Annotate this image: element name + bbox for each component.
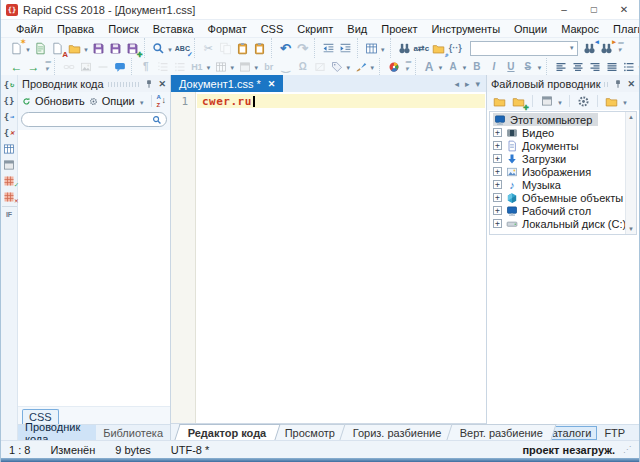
errors-grid-button[interactable]: ✕ [2,190,17,203]
options-button[interactable]: Опции [102,95,135,107]
tree-item-desktop[interactable]: + Рабочий стол [490,204,625,217]
table-view-button[interactable] [2,142,17,155]
tree-item-local-disk[interactable]: + Локальный диск (C:) [490,217,625,230]
save-all-button[interactable]: ✚ [124,40,141,56]
search-combobox-input[interactable] [474,42,567,54]
menu-tools[interactable]: Инструменты [424,20,507,37]
find-in-files-button[interactable] [396,40,413,56]
heading-dropdown-icon[interactable]: ▼ [205,65,211,71]
new-css-document-button[interactable]: A [49,40,66,56]
find-button[interactable] [150,40,167,56]
table-row-button[interactable] [236,59,253,75]
expand-icon[interactable]: + [493,154,502,163]
menu-file[interactable]: Файл [9,20,50,37]
expand-icon[interactable]: + [493,128,502,137]
minimize-button[interactable]: – [549,0,579,19]
insert-tag-button[interactable] [328,59,345,75]
table-row-dropdown-icon[interactable]: ▼ [253,65,259,71]
menu-search[interactable]: Поиск [101,20,145,37]
tree-item-3d-objects[interactable]: + Объемные объекты [490,191,625,204]
tree-item-music[interactable]: + ♪ Музыка [490,178,625,191]
scroll-down-icon[interactable]: ▼ [628,226,634,232]
code-snippets-button[interactable]: {··} [447,40,464,56]
tab-close-icon[interactable]: ✕ [268,79,276,89]
open-folder-button[interactable] [491,93,508,109]
font-decrease-dropdown-icon[interactable]: ▼ [462,65,468,71]
find-dropdown-icon[interactable]: ▼ [167,47,173,53]
folders-menu-dropdown-icon[interactable]: ▼ [622,100,628,106]
if-condition-button[interactable]: IF [2,206,17,219]
tab-code-explorer[interactable]: Проводник кода [18,425,96,440]
insert-table-button[interactable] [212,59,229,75]
brush-dropdown-icon[interactable]: ▼ [369,65,375,71]
find-previous-button[interactable]: ◂ [581,40,598,56]
menu-options[interactable]: Опции [507,20,554,37]
italic-button[interactable]: I [485,59,502,75]
close-panel-icon[interactable]: ✕ [158,79,166,89]
view-mode-dropdown-icon[interactable]: ▼ [557,100,563,106]
explorer-settings-button[interactable] [575,93,592,109]
font-increase-button[interactable]: A [421,59,438,75]
menu-css[interactable]: CSS [254,20,291,37]
insert-overflow-icon[interactable]: ▔▾ [404,64,409,70]
validate-grid-button[interactable]: ✓ [2,174,17,187]
replace-button[interactable]: a⇄c [413,40,430,56]
tree-item-computer[interactable]: Этот компьютер [490,113,625,126]
bold-button[interactable]: B [468,59,485,75]
font-increase-dropdown-icon[interactable]: ▼ [438,65,444,71]
menu-view[interactable]: Вид [340,20,374,37]
menu-insert[interactable]: Вставка [146,20,201,37]
braces-button[interactable]: {} [2,94,17,107]
tree-scrollbar[interactable]: ▲ ▼ [625,112,636,234]
expand-icon[interactable]: + [493,219,502,228]
gear-icon[interactable] [89,95,98,108]
find-next-button[interactable]: ▸ [598,40,615,56]
tab-scroll-right-icon[interactable]: ▸ [465,79,470,89]
new-web-document-button[interactable] [32,40,49,56]
refresh-icon[interactable] [22,95,31,108]
menu-plugins[interactable]: Плагины [606,20,640,37]
close-button[interactable]: ✕ [609,0,639,19]
style-brush-button[interactable] [352,59,369,75]
tab-code-editor[interactable]: Редактор кода [174,424,280,440]
expand-icon[interactable]: + [493,193,502,202]
code-explorer-content[interactable] [18,130,170,406]
pin-icon[interactable] [144,79,154,89]
delete-style-button[interactable]: {✕ [2,126,17,139]
line-break-button[interactable]: br [260,59,277,75]
tree-item-video[interactable]: + Видео [490,126,625,139]
tab-scroll-left-icon[interactable]: ◂ [454,79,459,89]
align-justify-button[interactable] [603,59,620,75]
nbsp-button[interactable]: ‿ [277,59,294,75]
tag-dropdown-icon[interactable]: ▼ [345,65,351,71]
search-combobox[interactable]: ▼ [470,41,578,56]
refresh-button[interactable]: Обновить [35,95,85,107]
align-right-button[interactable] [586,59,603,75]
panels-layout-button[interactable] [363,40,380,56]
menu-script[interactable]: Скрипт [290,20,340,37]
nav-overflow-icon[interactable]: ▔▾ [44,64,49,70]
undo-button[interactable]: ↶ [277,40,294,56]
menu-format[interactable]: Формат [201,20,254,37]
new-document-button[interactable]: ✶ [8,40,25,56]
tab-library[interactable]: Библиотека [96,425,170,440]
forward-button[interactable]: → [25,59,42,75]
cut-button[interactable]: ✂ [200,40,217,56]
resize-grip[interactable]: ⋰ [623,445,631,454]
open-file-button[interactable] [66,40,83,56]
find-in-folder-button[interactable]: ⌕ [430,40,447,56]
save-button[interactable] [90,40,107,56]
open-file-dropdown-icon[interactable]: ▼ [83,47,89,53]
bullet-list-button[interactable] [171,59,188,75]
tab-preview[interactable]: Просмотр [271,424,348,440]
code-search-input[interactable] [26,114,152,126]
heading-button[interactable]: H1 [188,59,205,75]
code-editor[interactable]: 1 cwer.ru [171,92,486,423]
indent-button[interactable] [337,40,354,56]
align-center-button[interactable] [569,59,586,75]
tab-vertical-split[interactable]: Верт. разбиение [446,424,556,440]
tab-ftp[interactable]: FTP [599,427,630,439]
folders-menu-button[interactable] [603,93,620,109]
scroll-up-icon[interactable]: ▲ [628,114,634,120]
pin-icon[interactable] [613,79,623,89]
